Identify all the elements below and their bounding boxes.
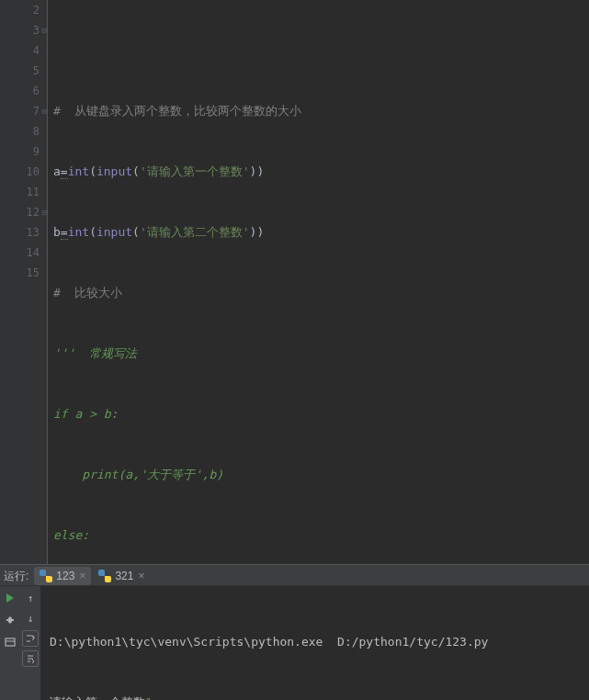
line-number: 14 — [0, 243, 40, 263]
run-toolbar-left — [0, 586, 20, 700]
console-line: D:\python1\tyc\venv\Scripts\python.exe D… — [50, 632, 580, 652]
soft-wrap-icon[interactable] — [22, 630, 39, 647]
code-line: # 比较大小 — [53, 283, 589, 303]
settings-icon[interactable] — [2, 612, 18, 628]
line-number: 8 — [0, 121, 40, 141]
run-label: 运行: — [4, 569, 28, 584]
close-icon[interactable]: × — [79, 570, 85, 582]
code-line: if a > b: — [53, 404, 589, 424]
run-body: ↑ ↓ D:\python1\tyc\venv\Scripts\python.e… — [0, 586, 589, 700]
line-number: 15 — [0, 263, 40, 283]
scroll-to-end-icon[interactable] — [22, 650, 39, 667]
run-tab-123[interactable]: 123 × — [34, 567, 91, 585]
run-panel: 运行: 123 × 321 × ↑ ↓ — [0, 567, 589, 700]
line-number: 3⊟ — [0, 20, 40, 40]
run-toolbar-nav: ↑ ↓ — [20, 586, 40, 700]
python-icon — [98, 570, 111, 582]
svg-rect-0 — [6, 638, 15, 646]
run-tabs-bar: 运行: 123 × 321 × — [0, 567, 589, 586]
code-line: b=int(input('请输入第二个整数')) — [53, 222, 589, 243]
line-number: 11 — [0, 182, 40, 202]
editor-area: 2 3⊟ 4 5 6 7⊟ 8 9 10 11 12⊟ 13 14 15 # 从… — [0, 0, 589, 564]
code-line: a=int(input('请输入第一个整数')) — [53, 162, 589, 182]
code-editor[interactable]: # 从键盘录入两个整数，比较两个整数的大小 a=int(input('请输入第一… — [48, 0, 589, 564]
run-tab-label: 123 — [56, 570, 74, 582]
code-line: print(a,'大于等于',b) — [53, 465, 589, 485]
line-number: 9 — [0, 141, 40, 162]
layout-icon[interactable] — [2, 634, 18, 650]
code-line: ''' 常规写法 — [53, 344, 589, 364]
up-arrow-icon[interactable]: ↑ — [22, 590, 39, 606]
close-icon[interactable]: × — [138, 570, 144, 582]
code-line — [53, 40, 589, 61]
run-tab-321[interactable]: 321 × — [93, 567, 150, 585]
fold-end-icon[interactable]: ⊟ — [38, 202, 47, 222]
console-line: 请输入第一个整数1 — [50, 693, 580, 700]
console-output[interactable]: D:\python1\tyc\venv\Scripts\python.exe D… — [40, 586, 589, 700]
rerun-button[interactable] — [2, 590, 18, 606]
run-tab-label: 321 — [115, 570, 133, 582]
code-line: # 从键盘录入两个整数，比较两个整数的大小 — [53, 101, 589, 121]
down-arrow-icon[interactable]: ↓ — [22, 610, 39, 627]
fold-marker-icon[interactable]: ⊟ — [38, 20, 47, 40]
line-number: 5 — [0, 61, 40, 81]
line-number: 2 — [0, 0, 40, 20]
line-number: 13 — [0, 222, 40, 243]
code-line: else: — [53, 525, 589, 546]
line-number: 6 — [0, 81, 40, 101]
line-number: 7⊟ — [0, 101, 40, 121]
line-number: 4 — [0, 40, 40, 61]
python-icon — [40, 570, 52, 582]
line-number: 12⊟ — [0, 202, 40, 222]
fold-marker-icon[interactable]: ⊟ — [38, 101, 47, 121]
line-gutter: 2 3⊟ 4 5 6 7⊟ 8 9 10 11 12⊟ 13 14 15 — [0, 0, 48, 564]
line-number: 10 — [0, 162, 40, 182]
